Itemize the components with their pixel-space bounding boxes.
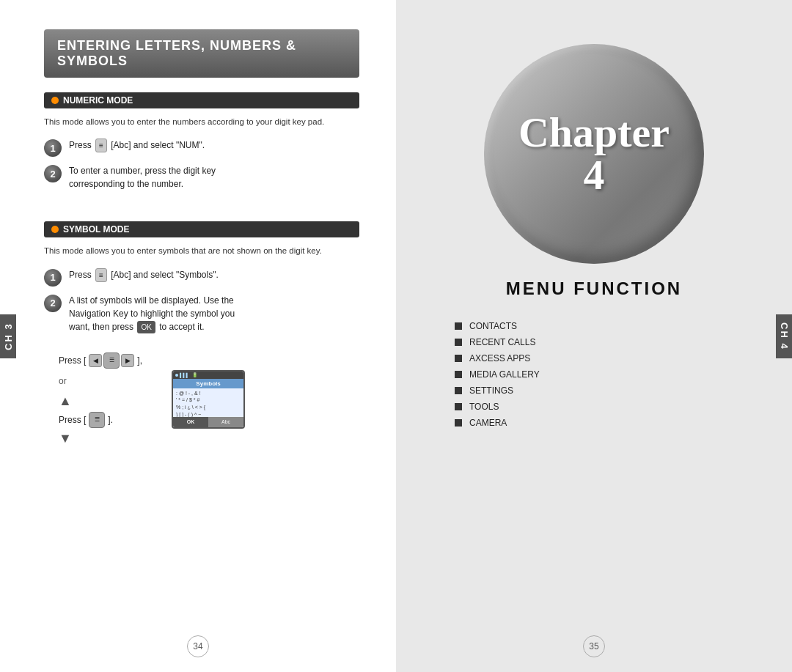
press-line-2: Press [ ☰ ]. <box>59 412 113 428</box>
menu-list: CONTACTS RECENT CALLS AXCESS APPS MEDIA … <box>396 321 792 434</box>
menu-item-tools: TOOLS <box>455 402 792 412</box>
right-page: CH 4 Chapter 4 MENU FUNCTION CONTACTS RE… <box>396 0 792 672</box>
nav-right-key: ▶ <box>121 354 134 367</box>
status-dot-1 <box>175 374 178 377</box>
section-dot-2 <box>51 226 59 233</box>
ch4-tab: CH 4 <box>776 314 792 358</box>
step-num-1: 1 <box>44 139 62 157</box>
nav-left-key: ◀ <box>89 354 102 367</box>
or-text: or <box>59 376 67 386</box>
menu-item-axcess-apps: AXCESS APPS <box>455 353 792 363</box>
abc-key-1: ≡ <box>95 139 107 152</box>
phone-title-bar: Symbols <box>173 379 243 388</box>
page-number-left: 34 <box>187 635 209 657</box>
numeric-step-2: 2 To enter a number, press the digit key… <box>44 164 359 191</box>
menu-item-camera: CAMERA <box>455 418 792 428</box>
step-text-1: Press ≡ [Abc] and select "NUM". <box>69 139 205 152</box>
bullet-axcess-apps <box>455 355 462 362</box>
step-num-4: 2 <box>44 295 62 312</box>
step-num-3: 1 <box>44 269 62 287</box>
numeric-mode-title: NUMERIC MODE <box>44 92 359 108</box>
chapter-text: Chapter <box>518 111 670 154</box>
left-page: CH 3 ENTERING LETTERS, NUMBERS & SYMBOLS… <box>0 0 396 672</box>
press-block: Press [ ◀ ☰ ▶ ], or ▲ Press [ ☰ ]. ▼ <box>59 352 142 446</box>
step-text-4: A list of symbols will be displayed. Use… <box>69 294 235 333</box>
chapter-label: Chapter <box>518 108 670 156</box>
nav-center-key-2: ☰ <box>89 412 105 428</box>
symbol-step-2: 2 A list of symbols will be displayed. U… <box>44 294 359 333</box>
phone-abc-button: Abc <box>208 417 243 427</box>
bullet-media-gallery <box>455 371 462 378</box>
step-text-3: Press ≡ [Abc] and select "Symbols". <box>69 268 219 282</box>
numeric-mode-desc: This mode allows you to enter the number… <box>44 116 359 128</box>
page-number-right: 35 <box>583 635 605 657</box>
symbol-step-1: 1 Press ≡ [Abc] and select "Symbols". <box>44 268 359 287</box>
press-close-1: ], <box>137 355 142 366</box>
phone-bottom-bar: OK Abc <box>173 417 243 427</box>
menu-item-contacts: CONTACTS <box>455 321 792 331</box>
arrow-up-icon: ▲ <box>59 394 72 409</box>
nav-keys-horizontal: ◀ ☰ ▶ <box>89 352 134 369</box>
step-text-2: To enter a number, press the digit keyco… <box>69 164 216 191</box>
battery-icon: 🔋 <box>192 372 197 377</box>
menu-item-recent-calls: RECENT CALLS <box>455 337 792 347</box>
step-num-2: 2 <box>44 165 62 182</box>
menu-function-title: MENU FUNCTION <box>506 278 682 299</box>
signal-bars: ▌▌▌ <box>180 373 189 377</box>
phone-screen: ▌▌▌ 🔋 Symbols : @ ! - , & ! ' * = / $ * … <box>172 370 245 429</box>
bullet-settings <box>455 387 462 394</box>
abc-key-2: ≡ <box>95 268 107 282</box>
symbol-diagram: Press [ ◀ ☰ ▶ ], or ▲ Press [ ☰ ]. ▼ <box>59 352 359 446</box>
symbol-mode-title: SYMBOL MODE <box>44 221 359 237</box>
ok-key: OK <box>137 321 155 333</box>
phone-content: : @ ! - , & ! ' * = / $ * # % ; i ¿ \ < … <box>173 388 243 420</box>
bullet-camera <box>455 419 462 427</box>
press-label-2: Press [ <box>59 415 86 425</box>
phone-status-bar: ▌▌▌ 🔋 <box>173 372 243 379</box>
bullet-contacts <box>455 322 462 330</box>
press-close-2: ]. <box>108 415 113 425</box>
phone-ok-button: OK <box>173 417 208 427</box>
menu-item-settings: SETTINGS <box>455 385 792 396</box>
page-header: ENTERING LETTERS, NUMBERS & SYMBOLS <box>44 29 359 78</box>
nav-center-key: ☰ <box>103 352 120 369</box>
menu-item-media-gallery: MEDIA GALLERY <box>455 369 792 380</box>
section-dot <box>51 97 59 104</box>
numeric-step-1: 1 Press ≡ [Abc] and select "NUM". <box>44 139 359 157</box>
bullet-recent-calls <box>455 339 462 346</box>
bullet-tools <box>455 403 462 410</box>
press-line-1: Press [ ◀ ☰ ▶ ], <box>59 352 142 369</box>
chapter-number: 4 <box>584 154 605 196</box>
ch3-tab: CH 3 <box>0 314 16 358</box>
arrow-down-icon: ▼ <box>59 431 72 446</box>
press-label-1: Press [ <box>59 355 86 366</box>
chapter-circle: Chapter 4 <box>484 44 704 264</box>
symbol-mode-desc: This mode allows you to enter symbols th… <box>44 245 359 257</box>
